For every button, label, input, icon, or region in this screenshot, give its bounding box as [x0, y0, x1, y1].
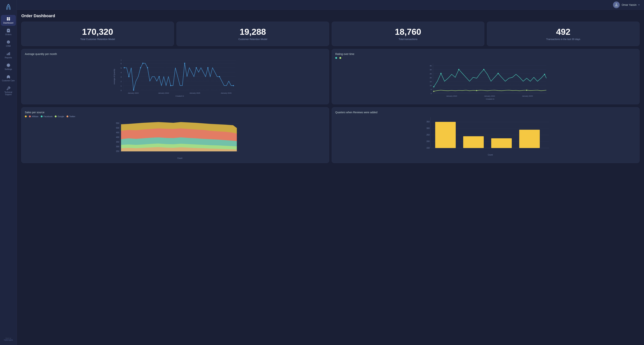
svg-point-74	[433, 91, 434, 92]
svg-text:400: 400	[116, 136, 119, 138]
bar-q4	[519, 130, 540, 148]
quarters-reviews-chart-title: Quarters when Reviews were added	[335, 111, 636, 114]
legend-dot-teal	[41, 116, 42, 117]
stat-value-total-retention: 170,320	[82, 27, 113, 37]
svg-point-73	[544, 74, 545, 75]
sales-per-source-chart-card: Sales per source Affiliate Facebook	[21, 107, 329, 163]
rating-over-time-chart-title: Rating over time	[335, 53, 636, 56]
legend-item-facebook: Facebook	[41, 115, 52, 118]
svg-rect-2	[7, 19, 8, 20]
main-content: Omar Yassin ▾ Order Dashboard 170,320 To…	[17, 0, 644, 345]
svg-point-43	[196, 67, 197, 68]
rating-chart-legend	[335, 57, 636, 59]
stat-cards-row: 170,320 Total Customer Retention Model 1…	[21, 22, 640, 46]
rating-over-time-chart-card: Rating over time	[332, 49, 640, 104]
user-menu[interactable]: Omar Yassin ▾	[613, 2, 640, 8]
svg-text:200: 200	[426, 140, 430, 142]
svg-text:250: 250	[116, 150, 119, 152]
sidebar-item-reports[interactable]: Reports	[1, 50, 16, 61]
stat-value-last-30-days: 492	[556, 27, 570, 37]
sales-source-legend: Affiliate Facebook Google Twitter	[25, 115, 326, 118]
svg-text:5: 5	[431, 88, 432, 90]
svg-rect-1	[8, 17, 10, 19]
svg-text:7: 7	[121, 59, 122, 61]
svg-point-6	[8, 42, 9, 42]
grid-icon	[6, 17, 10, 21]
svg-text:6: 6	[121, 63, 122, 65]
sidebar-item-customer-care[interactable]: Customer Care	[1, 73, 16, 84]
middle-charts-row: Average quantity per month	[21, 49, 640, 104]
gear-icon	[6, 63, 10, 67]
svg-text:January 2025: January 2025	[522, 95, 533, 97]
sidebar-item-orders[interactable]: Orders	[1, 27, 16, 37]
rating-over-time-svg: 0 5 10 15 20 25 30 35 January 2023 Janua…	[335, 60, 636, 101]
legend-label-twitter: Twitter	[69, 115, 75, 118]
svg-point-5	[8, 42, 8, 42]
legend-dot-red	[29, 116, 31, 117]
sidebar-item-crm[interactable]: CRM	[1, 38, 16, 49]
svg-text:Count: Count	[178, 157, 182, 159]
legend-dot-cyan	[335, 57, 337, 59]
svg-point-4	[7, 41, 10, 44]
headset-icon	[6, 75, 10, 79]
sidebar-item-technical-support[interactable]: Technical Support	[1, 85, 16, 98]
svg-text:Created At: Created At	[486, 98, 494, 100]
svg-text:450: 450	[116, 132, 119, 134]
stat-label-customer-retention: Customer Retention Model	[238, 38, 267, 41]
svg-point-35	[128, 76, 130, 77]
svg-point-38	[142, 63, 144, 64]
company-label: CyberAgora	[4, 339, 13, 341]
svg-text:35: 35	[430, 65, 432, 67]
svg-text:300: 300	[426, 127, 430, 129]
svg-point-46	[233, 85, 234, 86]
svg-text:4: 4	[121, 71, 122, 74]
svg-rect-7	[7, 54, 8, 55]
sales-per-source-chart-title: Sales per source	[25, 111, 326, 114]
legend-item-lime	[339, 57, 341, 59]
chevron-down-icon: ▾	[638, 4, 640, 6]
legend-label-affiliate: Affiliate	[32, 115, 38, 118]
svg-text:January 2024: January 2024	[158, 92, 169, 94]
svg-text:Average of Quantity: Average of Quantity	[113, 69, 115, 84]
brand-logo	[4, 2, 13, 11]
avatar	[613, 2, 620, 8]
svg-rect-3	[8, 19, 10, 20]
svg-text:January 2024: January 2024	[484, 95, 495, 97]
sales-per-source-svg: 250 300 350 400 450 500 550	[25, 119, 326, 160]
svg-text:500: 500	[116, 127, 119, 129]
svg-rect-9	[9, 52, 10, 55]
svg-point-70	[458, 69, 460, 70]
sidebar-navigation: Dashboard Orders CRM Re	[0, 15, 16, 335]
svg-point-75	[476, 90, 477, 91]
svg-text:3: 3	[121, 76, 122, 78]
svg-text:30: 30	[430, 69, 432, 71]
svg-point-40	[158, 76, 160, 77]
svg-point-34	[124, 67, 125, 68]
avg-quantity-svg: 0 1 2 3 4 5 6 7 Average of Quantity Janu…	[25, 57, 326, 98]
topbar: Omar Yassin ▾	[17, 0, 644, 10]
stat-card-total-retention: 170,320 Total Customer Retention Model	[21, 22, 174, 46]
bar-q3	[491, 138, 512, 148]
svg-text:January 2025: January 2025	[190, 92, 200, 94]
legend-item-yellow	[25, 115, 27, 118]
svg-point-69	[440, 73, 442, 74]
svg-text:2: 2	[121, 80, 122, 82]
sidebar-item-settings[interactable]: Settings	[1, 61, 16, 72]
svg-text:January 2023: January 2023	[128, 92, 138, 94]
svg-point-45	[219, 76, 220, 77]
avg-quantity-chart-title: Average quantity per month	[25, 53, 326, 56]
legend-dot-yellow	[25, 116, 27, 117]
svg-text:300: 300	[116, 146, 119, 148]
face-icon	[6, 40, 10, 44]
svg-point-36	[133, 90, 134, 91]
svg-text:5: 5	[121, 67, 122, 69]
svg-point-42	[184, 63, 185, 64]
svg-text:January 2026: January 2026	[221, 92, 232, 94]
sidebar-item-dashboard[interactable]: Dashboard	[1, 15, 16, 26]
svg-rect-0	[7, 17, 8, 19]
svg-point-71	[483, 69, 484, 70]
bar-q1	[435, 122, 456, 148]
rating-over-time-chart: 0 5 10 15 20 25 30 35 January 2023 Janua…	[335, 60, 636, 102]
quarters-reviews-svg: 150 200 250 300 350	[335, 115, 636, 156]
svg-text:25: 25	[430, 73, 432, 75]
